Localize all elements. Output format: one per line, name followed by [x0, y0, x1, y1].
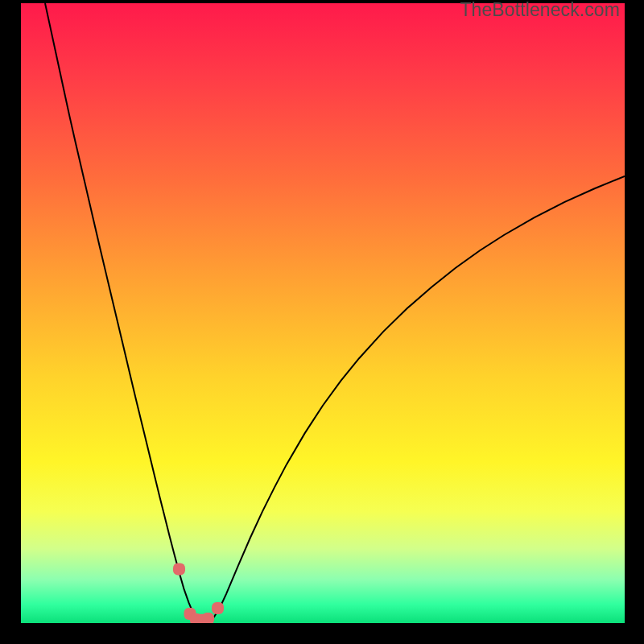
marker-dot	[212, 602, 224, 614]
plot-svg	[21, 3, 625, 623]
gradient-background	[21, 3, 625, 623]
plot-frame	[21, 3, 625, 623]
chart-stage: TheBottleneck.com	[0, 0, 644, 644]
marker-dot	[173, 564, 185, 576]
marker-dot	[202, 613, 214, 623]
